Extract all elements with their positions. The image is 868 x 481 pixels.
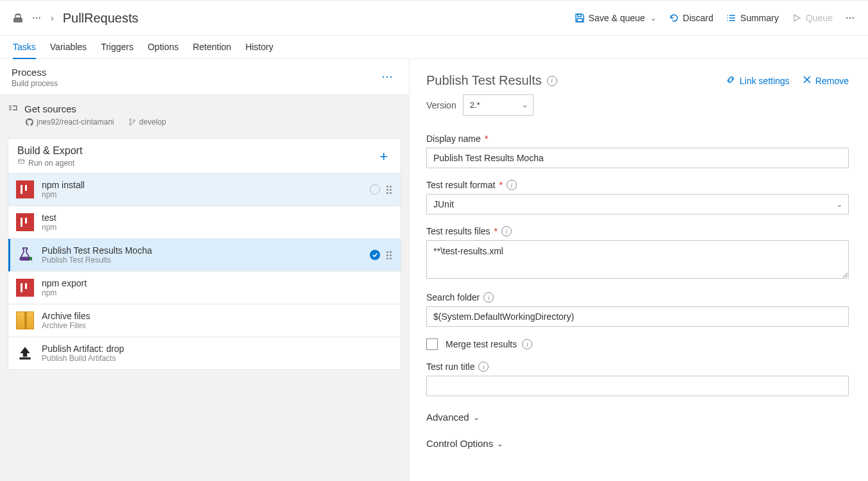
tab-tasks[interactable]: Tasks bbox=[13, 38, 36, 58]
project-icon[interactable] bbox=[13, 13, 23, 23]
phase-header[interactable]: Build & Export Run on agent + bbox=[8, 139, 401, 173]
top-more-icon[interactable]: ⋯ bbox=[846, 13, 855, 23]
version-value: 2.* bbox=[470, 100, 480, 110]
branch-name: develop bbox=[139, 118, 166, 127]
display-name-label: Display name bbox=[426, 134, 481, 144]
phase-card: Build & Export Run on agent + bbox=[8, 138, 401, 370]
tab-options[interactable]: Options bbox=[148, 38, 178, 58]
save-icon bbox=[575, 13, 585, 23]
task-sub: npm bbox=[42, 288, 393, 297]
task-sub: npm bbox=[42, 223, 393, 232]
right-pane: Publish Test Results i Link settings bbox=[410, 59, 868, 481]
link-settings-button[interactable]: Link settings bbox=[725, 74, 790, 87]
control-options-label: Control Options bbox=[426, 438, 493, 449]
summary-button[interactable]: Summary bbox=[726, 13, 779, 23]
sources-icon bbox=[8, 103, 18, 115]
display-name-input[interactable] bbox=[426, 148, 849, 168]
task-row-publish-artifact[interactable]: Publish Artifact: drop Publish Build Art… bbox=[8, 337, 401, 369]
tab-variables[interactable]: Variables bbox=[50, 38, 87, 58]
queue-label: Queue bbox=[806, 13, 833, 23]
svg-point-18 bbox=[134, 120, 135, 121]
search-input[interactable] bbox=[426, 306, 849, 327]
chevron-down-icon: ⌄ bbox=[650, 14, 656, 22]
link-settings-label: Link settings bbox=[740, 76, 790, 86]
status-circle-icon[interactable] bbox=[370, 184, 380, 195]
svg-point-17 bbox=[130, 124, 131, 125]
control-options-section[interactable]: Control Options ⌄ bbox=[426, 438, 849, 449]
repo-name: jnes92/react-cintamani bbox=[37, 118, 114, 127]
info-icon[interactable]: i bbox=[547, 76, 557, 86]
chevron-down-icon: ⌄ bbox=[522, 101, 528, 109]
info-icon[interactable]: i bbox=[483, 292, 494, 302]
task-row-npm-install[interactable]: npm install npm bbox=[8, 173, 401, 206]
save-queue-button[interactable]: Save & queue ⌄ bbox=[575, 13, 656, 23]
task-title: Publish Artifact: drop bbox=[42, 344, 393, 354]
github-icon bbox=[26, 118, 33, 126]
process-header[interactable]: Process Build process ⋯ bbox=[0, 59, 409, 95]
svg-rect-22 bbox=[19, 358, 30, 360]
process-title: Process bbox=[12, 67, 58, 78]
pipeline-title[interactable]: PullRequests bbox=[63, 11, 139, 26]
play-icon bbox=[792, 13, 802, 23]
task-sub: Archive Files bbox=[42, 321, 393, 330]
version-select[interactable]: 2.* ⌄ bbox=[463, 94, 534, 116]
discard-button[interactable]: Discard bbox=[669, 13, 713, 23]
info-icon[interactable]: i bbox=[522, 339, 532, 349]
advanced-section[interactable]: Advanced ⌄ bbox=[426, 412, 849, 423]
agent-icon bbox=[17, 158, 25, 168]
required-icon: * bbox=[499, 180, 502, 190]
chevron-down-icon: ⌄ bbox=[473, 413, 480, 422]
task-row-archive[interactable]: Archive files Archive Files bbox=[8, 304, 401, 337]
format-select[interactable] bbox=[426, 194, 849, 214]
tab-history[interactable]: History bbox=[245, 38, 273, 58]
undo-icon bbox=[669, 13, 679, 23]
info-icon[interactable]: i bbox=[507, 180, 517, 190]
merge-checkbox[interactable] bbox=[426, 338, 438, 350]
task-sub: npm bbox=[42, 190, 362, 199]
format-label: Test result format bbox=[426, 180, 495, 190]
breadcrumb-more-icon[interactable]: ⋯ bbox=[32, 13, 42, 23]
remove-label: Remove bbox=[815, 76, 849, 86]
status-check-icon[interactable] bbox=[370, 250, 380, 260]
info-icon[interactable]: i bbox=[478, 362, 489, 372]
add-task-button[interactable]: + bbox=[376, 148, 392, 165]
drag-handle-icon[interactable] bbox=[386, 251, 393, 259]
task-row-publish-test-results[interactable]: Publish Test Results Mocha Publish Test … bbox=[8, 239, 401, 272]
task-title: npm export bbox=[42, 278, 393, 288]
info-icon[interactable]: i bbox=[501, 226, 512, 236]
svg-rect-4 bbox=[577, 19, 582, 22]
tab-triggers[interactable]: Triggers bbox=[101, 38, 134, 58]
task-title: Archive files bbox=[42, 311, 393, 321]
task-title: test bbox=[42, 213, 393, 223]
list-icon bbox=[726, 13, 736, 23]
files-input[interactable]: **\test-results.xml bbox=[426, 240, 849, 279]
run-title-input[interactable] bbox=[426, 376, 849, 396]
phase-title: Build & Export bbox=[17, 145, 82, 157]
svg-point-16 bbox=[130, 119, 131, 120]
tab-bar: Tasks Variables Triggers Options Retenti… bbox=[0, 36, 868, 59]
task-sub: Publish Test Results bbox=[42, 256, 362, 265]
discard-label: Discard bbox=[683, 13, 713, 23]
chevron-right-icon: › bbox=[51, 13, 54, 23]
merge-label: Merge test results bbox=[446, 339, 517, 349]
process-subtitle: Build process bbox=[12, 79, 58, 88]
archive-icon bbox=[16, 311, 34, 329]
get-sources-row[interactable]: Get sources jnes92/react-cintamani bbox=[0, 95, 409, 130]
remove-button[interactable]: Remove bbox=[803, 74, 849, 87]
queue-button: Queue bbox=[792, 13, 833, 23]
task-title: Publish Test Results Mocha bbox=[42, 245, 362, 256]
task-row-test[interactable]: test npm bbox=[8, 206, 401, 239]
tab-retention[interactable]: Retention bbox=[193, 38, 231, 58]
task-row-npm-export[interactable]: npm export npm bbox=[8, 272, 401, 304]
svg-rect-19 bbox=[19, 159, 24, 163]
save-queue-label: Save & queue bbox=[589, 13, 645, 23]
task-sub: Publish Build Artifacts bbox=[42, 354, 393, 363]
required-icon: * bbox=[485, 134, 488, 144]
close-icon bbox=[803, 75, 812, 86]
advanced-label: Advanced bbox=[426, 412, 469, 423]
svg-marker-12 bbox=[794, 15, 800, 21]
version-label: Version bbox=[426, 100, 456, 110]
details-heading: Publish Test Results bbox=[426, 73, 542, 88]
drag-handle-icon[interactable] bbox=[386, 186, 393, 194]
process-more-icon[interactable]: ⋯ bbox=[378, 67, 397, 86]
